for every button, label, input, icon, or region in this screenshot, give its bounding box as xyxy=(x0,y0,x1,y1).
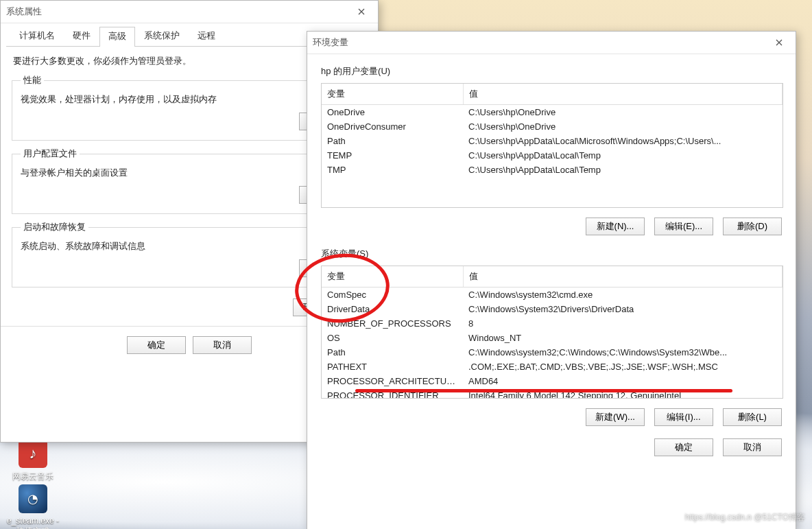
steam-icon: ◔ xyxy=(19,484,47,513)
cell-value: .COM;.EXE;.BAT;.CMD;.VBS;.VBE;.JS;.JSE;.… xyxy=(463,360,783,374)
cell-variable: NUMBER_OF_PROCESSORS xyxy=(322,316,463,331)
system-vars-label: 系统变量(S) xyxy=(321,248,782,260)
close-button[interactable] xyxy=(768,34,790,51)
cell-variable: OneDriveConsumer xyxy=(322,119,463,134)
cell-value: AMD64 xyxy=(463,374,783,388)
cell-value: C:\Users\hp\AppData\Local\Temp xyxy=(463,148,783,163)
ok-button[interactable]: 确定 xyxy=(127,336,186,354)
user-new-button[interactable]: 新建(N)... xyxy=(586,218,645,235)
cell-variable: Path xyxy=(322,345,463,360)
window-title: 环境变量 xyxy=(313,36,768,49)
desktop-icon-music[interactable]: ♪ 网易云音乐 xyxy=(5,439,60,482)
group-legend: 启动和故障恢复 xyxy=(21,221,88,233)
table-row[interactable]: TMPC:\Users\hp\AppData\Local\Temp xyxy=(322,163,783,177)
table-header: 变量 值 xyxy=(322,84,783,105)
cell-variable: OneDrive xyxy=(322,105,463,119)
table-row[interactable]: NUMBER_OF_PROCESSORS8 xyxy=(322,316,783,331)
tab-advanced[interactable]: 高级 xyxy=(99,27,135,47)
icon-label: 网易云音乐 xyxy=(5,471,60,482)
window-title: 系统属性 xyxy=(6,5,350,18)
table-row[interactable]: DriverDataC:\Windows\System32\Drivers\Dr… xyxy=(322,302,783,316)
cell-value: C:\Windows\system32;C:\Windows;C:\Window… xyxy=(463,345,783,360)
col-variable[interactable]: 变量 xyxy=(322,84,464,104)
col-variable[interactable]: 变量 xyxy=(322,266,464,287)
cell-variable: TMP xyxy=(322,163,463,177)
table-row[interactable]: TEMPC:\Users\hp\AppData\Local\Temp xyxy=(322,148,783,163)
cancel-button[interactable]: 取消 xyxy=(723,438,782,456)
cell-value: C:\Users\hp\AppData\Local\Microsoft\Wind… xyxy=(463,134,783,148)
table-row[interactable]: PathC:\Windows\system32;C:\Windows;C:\Wi… xyxy=(322,345,783,360)
desktop-icon-steam[interactable]: ◔ e_steam.exe - 快捷方式 xyxy=(5,484,60,529)
tab-computer-name[interactable]: 计算机名 xyxy=(10,26,64,46)
tab-system-protection[interactable]: 系统保护 xyxy=(135,26,189,46)
table-row[interactable]: OneDriveConsumerC:\Users\hp\OneDrive xyxy=(322,119,783,134)
tab-remote[interactable]: 远程 xyxy=(189,26,224,46)
cell-value: C:\Windows\system32\cmd.exe xyxy=(463,287,783,302)
titlebar[interactable]: 环境变量 xyxy=(307,32,796,54)
table-row[interactable]: OneDriveC:\Users\hp\OneDrive xyxy=(322,105,783,119)
system-vars-table: 变量 值 ComSpecC:\Windows\system32\cmd.exeD… xyxy=(321,266,783,399)
titlebar[interactable]: 系统属性 xyxy=(1,1,378,23)
sys-edit-button[interactable]: 编辑(I)... xyxy=(654,408,713,426)
user-vars-rows[interactable]: OneDriveC:\Users\hp\OneDriveOneDriveCons… xyxy=(322,105,783,208)
icon-label: e_steam.exe - 快捷方式 xyxy=(5,516,60,529)
col-value[interactable]: 值 xyxy=(464,266,783,287)
table-row[interactable]: ComSpecC:\Windows\system32\cmd.exe xyxy=(322,287,783,302)
cell-variable: TEMP xyxy=(322,148,463,163)
table-header: 变量 值 xyxy=(322,266,783,287)
cell-value: Windows_NT xyxy=(463,331,783,345)
group-legend: 用户配置文件 xyxy=(21,148,80,160)
cancel-button[interactable]: 取消 xyxy=(193,336,252,354)
table-row[interactable]: PROCESSOR_ARCHITECTUREAMD64 xyxy=(322,374,783,388)
cell-variable: DriverData xyxy=(322,302,463,316)
environment-variables-dialog: 环境变量 hp 的用户变量(U) 变量 值 OneDriveC:\Users\h… xyxy=(307,31,796,529)
table-row[interactable]: PathC:\Users\hp\AppData\Local\Microsoft\… xyxy=(322,134,783,148)
cell-variable: Path xyxy=(322,134,463,148)
sys-delete-button[interactable]: 删除(L) xyxy=(723,408,782,426)
user-delete-button[interactable]: 删除(D) xyxy=(723,218,782,235)
group-legend: 性能 xyxy=(21,74,44,86)
cell-variable: PROCESSOR_IDENTIFIER xyxy=(322,388,463,399)
music-icon: ♪ xyxy=(19,439,47,468)
table-row[interactable]: PROCESSOR_IDENTIFIERIntel64 Family 6 Mod… xyxy=(322,388,783,399)
sys-new-button[interactable]: 新建(W)... xyxy=(586,408,645,426)
cell-variable: PROCESSOR_ARCHITECTURE xyxy=(322,374,463,388)
cell-variable: OS xyxy=(322,331,463,345)
table-row[interactable]: PATHEXT.COM;.EXE;.BAT;.CMD;.VBS;.VBE;.JS… xyxy=(322,360,783,374)
cell-value: 8 xyxy=(463,316,783,331)
user-vars-table: 变量 值 OneDriveC:\Users\hp\OneDriveOneDriv… xyxy=(321,83,783,208)
table-row[interactable]: OSWindows_NT xyxy=(322,331,783,345)
system-vars-rows[interactable]: ComSpecC:\Windows\system32\cmd.exeDriver… xyxy=(322,287,783,399)
cell-variable: ComSpec xyxy=(322,287,463,302)
user-edit-button[interactable]: 编辑(E)... xyxy=(654,218,713,235)
cell-value: C:\Users\hp\OneDrive xyxy=(463,105,783,119)
user-vars-label: hp 的用户变量(U) xyxy=(321,65,782,78)
ok-button[interactable]: 确定 xyxy=(654,438,713,456)
col-value[interactable]: 值 xyxy=(464,84,783,104)
close-button[interactable] xyxy=(350,3,372,20)
cell-value: C:\Users\hp\AppData\Local\Temp xyxy=(463,163,783,177)
cell-variable: PATHEXT xyxy=(322,360,463,374)
cell-value: C:\Windows\System32\Drivers\DriverData xyxy=(463,302,783,316)
cell-value: Intel64 Family 6 Model 142 Stepping 12, … xyxy=(463,388,783,399)
watermark: https://blog.csdn.n @51CTO博客 xyxy=(685,512,805,524)
tab-hardware[interactable]: 硬件 xyxy=(64,26,99,46)
cell-value: C:\Users\hp\OneDrive xyxy=(463,119,783,134)
